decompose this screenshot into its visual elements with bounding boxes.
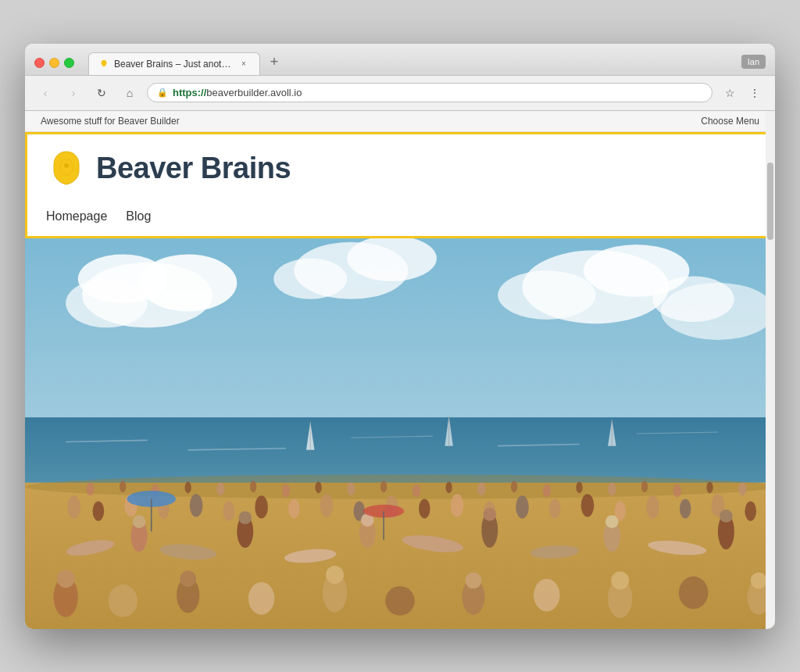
svg-point-47 — [673, 484, 681, 497]
svg-point-55 — [223, 501, 235, 520]
url-domain: beaverbuilder.avoll.io — [206, 87, 302, 98]
svg-point-51 — [93, 501, 105, 520]
nav-blog[interactable]: Blog — [126, 209, 151, 223]
svg-point-29 — [86, 482, 94, 495]
svg-point-79 — [133, 515, 146, 528]
svg-point-64 — [516, 495, 529, 518]
tabs-bar: Beaver Brains – Just another W × + — [88, 52, 734, 75]
svg-point-39 — [412, 484, 420, 497]
back-button[interactable]: ‹ — [34, 82, 56, 104]
svg-point-87 — [605, 515, 619, 528]
svg-point-81 — [238, 511, 252, 524]
svg-point-61 — [419, 499, 430, 518]
svg-point-48 — [706, 481, 712, 493]
home-button[interactable]: ⌂ — [119, 82, 141, 104]
menu-button[interactable]: ⋮ — [744, 82, 766, 104]
admin-bar-right[interactable]: Choose Menu — [701, 116, 759, 127]
maximize-button[interactable] — [64, 58, 74, 68]
site-header: Beaver Brains Homepage Blog — [25, 132, 775, 238]
admin-bar: Awesome stuff for Beaver Builder Choose … — [25, 111, 775, 132]
svg-point-89 — [720, 509, 733, 523]
svg-point-71 — [745, 501, 756, 520]
svg-point-35 — [282, 484, 290, 497]
svg-point-104 — [679, 576, 709, 609]
address-bar-container[interactable]: 🔒 https://beaverbuilder.avoll.io — [147, 83, 712, 102]
svg-point-103 — [611, 571, 629, 589]
reload-button[interactable]: ↻ — [91, 82, 112, 104]
svg-point-58 — [320, 494, 334, 517]
svg-point-46 — [641, 481, 648, 492]
svg-point-13 — [652, 276, 734, 321]
svg-point-44 — [576, 481, 582, 493]
svg-point-37 — [347, 482, 355, 495]
website-frame: Awesome stuff for Beaver Builder Choose … — [25, 111, 775, 629]
svg-point-65 — [549, 499, 561, 518]
svg-point-41 — [477, 482, 485, 495]
svg-point-5 — [78, 254, 168, 303]
svg-point-92 — [108, 584, 138, 617]
tab-close-button[interactable]: × — [238, 58, 250, 70]
site-logo-icon — [46, 148, 87, 189]
hero-section — [25, 238, 775, 629]
svg-point-106 — [751, 572, 767, 588]
title-bar: Beaver Brains – Just another W × + Ian — [25, 44, 775, 76]
svg-point-62 — [451, 494, 464, 517]
svg-point-50 — [67, 495, 80, 518]
browser-window: Beaver Brains – Just another W × + Ian ‹… — [25, 44, 775, 629]
bookmark-button[interactable]: ☆ — [719, 82, 741, 104]
svg-point-97 — [326, 566, 344, 584]
lock-icon: 🔒 — [157, 88, 168, 98]
site-title: Beaver Brains — [96, 152, 291, 185]
admin-bar-left: Awesome stuff for Beaver Builder — [41, 116, 180, 127]
site-branding: Beaver Brains — [27, 134, 773, 203]
tab-favicon-icon — [98, 59, 109, 70]
svg-point-98 — [385, 586, 415, 616]
svg-point-94 — [180, 570, 196, 587]
svg-point-11 — [498, 270, 595, 320]
tab-title: Beaver Brains – Just another W — [114, 59, 233, 70]
new-tab-button[interactable]: + — [263, 52, 285, 73]
nav-bar: ‹ › ↻ ⌂ 🔒 https://beaverbuilder.avoll.io… — [25, 76, 775, 111]
svg-point-95 — [248, 581, 274, 614]
nav-actions: ☆ ⋮ — [719, 82, 766, 104]
close-button[interactable] — [34, 58, 45, 68]
svg-point-33 — [216, 482, 224, 495]
svg-point-0 — [64, 163, 69, 168]
svg-point-49 — [738, 482, 746, 495]
svg-point-56 — [255, 495, 268, 518]
forward-button[interactable]: › — [62, 82, 84, 104]
svg-point-100 — [465, 572, 481, 588]
svg-point-32 — [185, 481, 191, 493]
svg-point-69 — [680, 499, 691, 518]
traffic-lights — [34, 58, 74, 68]
nav-homepage[interactable]: Homepage — [46, 209, 107, 223]
url-protocol: https:// — [173, 87, 206, 98]
svg-point-34 — [250, 481, 256, 492]
svg-point-85 — [483, 507, 496, 520]
beach-scene-svg — [25, 238, 775, 629]
svg-point-66 — [581, 494, 595, 517]
svg-point-101 — [534, 578, 559, 611]
svg-point-40 — [445, 481, 452, 493]
svg-point-45 — [608, 482, 616, 495]
scrollbar-track — [766, 111, 775, 629]
svg-point-91 — [57, 570, 75, 588]
svg-point-68 — [646, 495, 659, 518]
site-nav: Homepage Blog — [27, 203, 773, 236]
svg-point-36 — [315, 481, 321, 493]
svg-point-30 — [120, 481, 126, 492]
svg-point-38 — [380, 481, 387, 492]
user-badge: Ian — [741, 55, 766, 69]
svg-point-43 — [543, 484, 551, 497]
svg-point-8 — [273, 258, 347, 298]
browser-tab-active[interactable]: Beaver Brains – Just another W × — [88, 52, 260, 75]
svg-point-42 — [511, 481, 517, 492]
svg-point-57 — [288, 499, 300, 518]
address-bar[interactable]: https://beaverbuilder.avoll.io — [173, 87, 302, 98]
svg-point-54 — [190, 494, 203, 517]
scrollbar-thumb[interactable] — [767, 163, 773, 240]
minimize-button[interactable] — [49, 58, 59, 68]
